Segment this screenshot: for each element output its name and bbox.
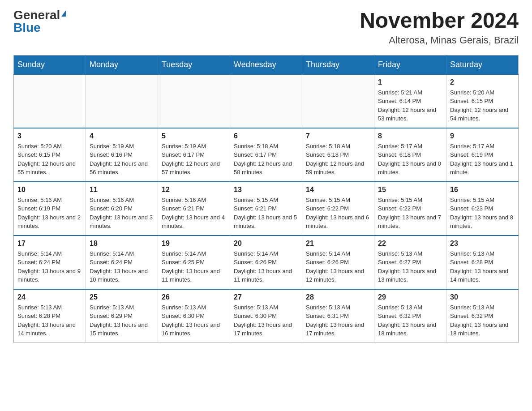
day-info: Sunrise: 5:16 AMSunset: 6:21 PMDaylight:…: [162, 196, 226, 231]
day-info: Sunrise: 5:19 AMSunset: 6:17 PMDaylight:…: [162, 142, 226, 177]
day-info: Sunrise: 5:17 AMSunset: 6:18 PMDaylight:…: [378, 142, 442, 177]
day-info: Sunrise: 5:13 AMSunset: 6:28 PMDaylight:…: [450, 249, 515, 284]
calendar-cell: 17Sunrise: 5:14 AMSunset: 6:24 PMDayligh…: [14, 235, 86, 289]
day-number: 18: [90, 240, 154, 248]
day-info: Sunrise: 5:21 AMSunset: 6:14 PMDaylight:…: [378, 88, 442, 123]
day-number: 11: [90, 186, 154, 194]
calendar-body: 1Sunrise: 5:21 AMSunset: 6:14 PMDaylight…: [14, 74, 519, 343]
day-number: 14: [306, 186, 370, 194]
calendar-cell: [302, 74, 374, 128]
day-number: 17: [17, 240, 82, 248]
day-number: 22: [378, 240, 442, 248]
day-info: Sunrise: 5:20 AMSunset: 6:15 PMDaylight:…: [17, 142, 82, 177]
day-number: 1: [378, 78, 442, 86]
calendar-cell: 15Sunrise: 5:15 AMSunset: 6:22 PMDayligh…: [374, 182, 446, 235]
logo-triangle-icon: [61, 10, 66, 17]
calendar-week-row: 3Sunrise: 5:20 AMSunset: 6:15 PMDaylight…: [14, 128, 519, 182]
calendar-header: SundayMondayTuesdayWednesdayThursdayFrid…: [14, 55, 519, 74]
day-number: 7: [306, 132, 370, 140]
page-header: General Blue November 2024 Alterosa, Min…: [13, 9, 519, 46]
day-info: Sunrise: 5:19 AMSunset: 6:16 PMDaylight:…: [90, 142, 154, 177]
weekday-header-wednesday: Wednesday: [230, 55, 302, 74]
calendar-cell: 19Sunrise: 5:14 AMSunset: 6:25 PMDayligh…: [158, 235, 230, 289]
day-number: 16: [450, 186, 515, 194]
day-info: Sunrise: 5:13 AMSunset: 6:27 PMDaylight:…: [378, 249, 442, 284]
calendar-table: SundayMondayTuesdayWednesdayThursdayFrid…: [13, 55, 519, 343]
title-area: November 2024 Alterosa, Minas Gerais, Br…: [360, 9, 519, 46]
calendar-cell: 18Sunrise: 5:14 AMSunset: 6:24 PMDayligh…: [86, 235, 158, 289]
day-info: Sunrise: 5:16 AMSunset: 6:20 PMDaylight:…: [90, 196, 154, 231]
calendar-cell: [230, 74, 302, 128]
day-number: 6: [234, 132, 298, 140]
day-number: 19: [162, 240, 226, 248]
weekday-header-saturday: Saturday: [446, 55, 519, 74]
day-number: 13: [234, 186, 298, 194]
day-info: Sunrise: 5:14 AMSunset: 6:25 PMDaylight:…: [162, 249, 226, 284]
calendar-cell: 25Sunrise: 5:13 AMSunset: 6:29 PMDayligh…: [86, 289, 158, 343]
calendar-week-row: 1Sunrise: 5:21 AMSunset: 6:14 PMDaylight…: [14, 74, 519, 128]
calendar-cell: 30Sunrise: 5:13 AMSunset: 6:32 PMDayligh…: [446, 289, 519, 343]
day-info: Sunrise: 5:18 AMSunset: 6:17 PMDaylight:…: [234, 142, 298, 177]
day-number: 21: [306, 240, 370, 248]
calendar-cell: 28Sunrise: 5:13 AMSunset: 6:31 PMDayligh…: [302, 289, 374, 343]
calendar-cell: [14, 74, 86, 128]
calendar-cell: 26Sunrise: 5:13 AMSunset: 6:30 PMDayligh…: [158, 289, 230, 343]
logo-blue-text: Blue: [13, 21, 41, 34]
day-info: Sunrise: 5:13 AMSunset: 6:30 PMDaylight:…: [162, 303, 226, 338]
calendar-week-row: 10Sunrise: 5:16 AMSunset: 6:19 PMDayligh…: [14, 182, 519, 235]
day-info: Sunrise: 5:15 AMSunset: 6:21 PMDaylight:…: [234, 196, 298, 231]
calendar-cell: 16Sunrise: 5:15 AMSunset: 6:23 PMDayligh…: [446, 182, 519, 235]
day-info: Sunrise: 5:15 AMSunset: 6:22 PMDaylight:…: [306, 196, 370, 231]
calendar-cell: 23Sunrise: 5:13 AMSunset: 6:28 PMDayligh…: [446, 235, 519, 289]
day-info: Sunrise: 5:20 AMSunset: 6:15 PMDaylight:…: [450, 88, 515, 123]
calendar-cell: 14Sunrise: 5:15 AMSunset: 6:22 PMDayligh…: [302, 182, 374, 235]
day-info: Sunrise: 5:15 AMSunset: 6:22 PMDaylight:…: [378, 196, 442, 231]
day-number: 29: [378, 293, 442, 301]
calendar-cell: 12Sunrise: 5:16 AMSunset: 6:21 PMDayligh…: [158, 182, 230, 235]
day-number: 20: [234, 240, 298, 248]
calendar-cell: 1Sunrise: 5:21 AMSunset: 6:14 PMDaylight…: [374, 74, 446, 128]
day-number: 30: [450, 293, 515, 301]
calendar-cell: 11Sunrise: 5:16 AMSunset: 6:20 PMDayligh…: [86, 182, 158, 235]
calendar-cell: [86, 74, 158, 128]
calendar-cell: 8Sunrise: 5:17 AMSunset: 6:18 PMDaylight…: [374, 128, 446, 182]
weekday-header-row: SundayMondayTuesdayWednesdayThursdayFrid…: [14, 55, 519, 74]
day-number: 28: [306, 293, 370, 301]
calendar-cell: [158, 74, 230, 128]
weekday-header-monday: Monday: [86, 55, 158, 74]
calendar-cell: 13Sunrise: 5:15 AMSunset: 6:21 PMDayligh…: [230, 182, 302, 235]
calendar-cell: 9Sunrise: 5:17 AMSunset: 6:19 PMDaylight…: [446, 128, 519, 182]
location-text: Alterosa, Minas Gerais, Brazil: [360, 34, 519, 46]
day-info: Sunrise: 5:13 AMSunset: 6:29 PMDaylight:…: [90, 303, 154, 338]
day-number: 23: [450, 240, 515, 248]
weekday-header-sunday: Sunday: [14, 55, 86, 74]
calendar-cell: 10Sunrise: 5:16 AMSunset: 6:19 PMDayligh…: [14, 182, 86, 235]
day-info: Sunrise: 5:13 AMSunset: 6:30 PMDaylight:…: [234, 303, 298, 338]
day-info: Sunrise: 5:13 AMSunset: 6:32 PMDaylight:…: [450, 303, 515, 338]
calendar-cell: 5Sunrise: 5:19 AMSunset: 6:17 PMDaylight…: [158, 128, 230, 182]
day-number: 2: [450, 78, 515, 86]
day-number: 10: [17, 186, 82, 194]
day-info: Sunrise: 5:14 AMSunset: 6:26 PMDaylight:…: [306, 249, 370, 284]
logo-general-text: General: [13, 9, 60, 21]
logo: General Blue: [13, 9, 66, 34]
calendar-cell: 3Sunrise: 5:20 AMSunset: 6:15 PMDaylight…: [14, 128, 86, 182]
calendar-cell: 20Sunrise: 5:14 AMSunset: 6:26 PMDayligh…: [230, 235, 302, 289]
weekday-header-thursday: Thursday: [302, 55, 374, 74]
day-info: Sunrise: 5:14 AMSunset: 6:26 PMDaylight:…: [234, 249, 298, 284]
calendar-cell: 4Sunrise: 5:19 AMSunset: 6:16 PMDaylight…: [86, 128, 158, 182]
day-info: Sunrise: 5:17 AMSunset: 6:19 PMDaylight:…: [450, 142, 515, 177]
day-number: 25: [90, 293, 154, 301]
calendar-cell: 21Sunrise: 5:14 AMSunset: 6:26 PMDayligh…: [302, 235, 374, 289]
day-number: 26: [162, 293, 226, 301]
calendar-cell: 27Sunrise: 5:13 AMSunset: 6:30 PMDayligh…: [230, 289, 302, 343]
weekday-header-friday: Friday: [374, 55, 446, 74]
day-number: 3: [17, 132, 82, 140]
day-number: 8: [378, 132, 442, 140]
day-info: Sunrise: 5:18 AMSunset: 6:18 PMDaylight:…: [306, 142, 370, 177]
calendar-week-row: 24Sunrise: 5:13 AMSunset: 6:28 PMDayligh…: [14, 289, 519, 343]
day-info: Sunrise: 5:13 AMSunset: 6:31 PMDaylight:…: [306, 303, 370, 338]
day-number: 12: [162, 186, 226, 194]
day-info: Sunrise: 5:15 AMSunset: 6:23 PMDaylight:…: [450, 196, 515, 231]
day-info: Sunrise: 5:14 AMSunset: 6:24 PMDaylight:…: [17, 249, 82, 284]
